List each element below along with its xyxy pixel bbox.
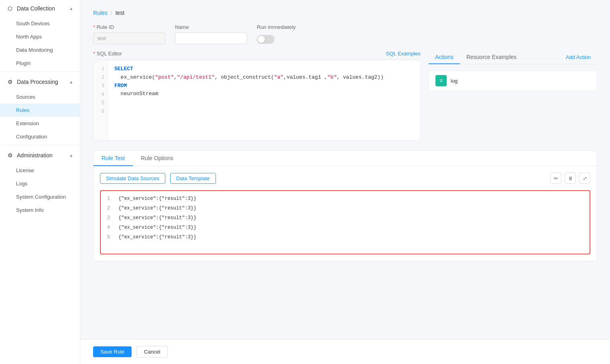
- sql-editor-header: * SQL Editor SQL Examples: [93, 51, 421, 57]
- sidebar-group-label-data-collection: Data Collection: [17, 5, 55, 12]
- code-line-3: FROM: [114, 82, 414, 90]
- name-input[interactable]: [175, 33, 247, 44]
- sidebar-item-configuration[interactable]: Configuration: [0, 130, 80, 143]
- code-area[interactable]: SELECT ex_service("post","/api/test1", o…: [108, 60, 420, 140]
- tab-rule-options[interactable]: Rule Options: [133, 151, 181, 166]
- sidebar-group-label-data-processing: Data Processing: [17, 79, 58, 85]
- data-template-button[interactable]: Data Template: [170, 173, 216, 184]
- sidebar-item-logs[interactable]: Logs: [0, 177, 80, 190]
- sidebar-section-administration: ⚙ Administration ▲ License Logs System C…: [0, 147, 80, 217]
- field-name: Name: [175, 24, 247, 44]
- sidebar-item-system-info[interactable]: System Info: [0, 203, 80, 217]
- actions-tabs: Actions Resuorce Examples Add Action: [429, 51, 597, 64]
- breadcrumb-parent[interactable]: Rules: [93, 10, 108, 16]
- log-icon-symbol: ≡: [439, 77, 443, 84]
- code-line-2: ex_service("post","/api/test1", object_c…: [114, 73, 414, 82]
- line-num-4: 4: [97, 91, 104, 98]
- chevron-up-icon-admin: ▲: [69, 153, 73, 158]
- code-line-1: SELECT: [114, 65, 414, 73]
- sidebar-item-data-monitoring[interactable]: Data Monitoring: [0, 43, 80, 57]
- sql-examples-link[interactable]: SQL Examples: [386, 51, 421, 57]
- pause-icon-button[interactable]: ⏸: [565, 173, 576, 184]
- toggle-knob: [258, 36, 265, 43]
- code-line-4: neuronStream: [114, 90, 414, 98]
- form-row: * Rule ID Name Run immediately: [93, 24, 597, 44]
- line-num-1: 1: [97, 65, 104, 73]
- rule-id-input[interactable]: [93, 33, 165, 44]
- left-panel: * SQL Editor SQL Examples 1 2 3 4 5 6: [93, 51, 421, 141]
- sidebar-section-data-collection: ⬡ Data Collection ▲ South Devices North …: [0, 0, 80, 70]
- sidebar-item-plugin[interactable]: Plugin: [0, 57, 80, 70]
- name-label: Name: [175, 24, 247, 30]
- chevron-up-icon-processing: ▲: [69, 79, 73, 84]
- line-num-3: 3: [97, 82, 104, 89]
- content-area: Rules / test * Rule ID Name Run immediat…: [80, 0, 610, 339]
- output-box: 1 {"ex_service":{"result":3}} 2 {"ex_ser…: [100, 190, 590, 254]
- bottom-tabs: Rule Test Rule Options: [94, 151, 597, 166]
- data-collection-icon: ⬡: [6, 5, 14, 12]
- sql-editor-label: * SQL Editor: [93, 51, 122, 57]
- field-rule-id: * Rule ID: [93, 24, 165, 44]
- line-num-5: 5: [97, 99, 104, 107]
- right-panel: Actions Resuorce Examples Add Action ≡ l…: [429, 51, 597, 91]
- two-panel: * SQL Editor SQL Examples 1 2 3 4 5 6: [93, 51, 597, 141]
- rule-id-label: * Rule ID: [93, 24, 165, 30]
- breadcrumb-current: test: [116, 10, 125, 16]
- tab-actions[interactable]: Actions: [429, 51, 460, 64]
- output-line-1: 1 {"ex_service":{"result":3}}: [107, 196, 583, 201]
- output-line-2: 2 {"ex_service":{"result":3}}: [107, 205, 583, 211]
- sidebar-group-data-processing[interactable]: ⚙ Data Processing ▲: [0, 73, 80, 90]
- output-line-5: 5 {"ex_service":{"result":3}}: [107, 234, 583, 240]
- tab-rule-test[interactable]: Rule Test: [94, 151, 133, 166]
- toolbar-icons: ✏ ⏸ ⤢: [550, 173, 590, 184]
- rule-test-toolbar: Simulate Data Sources Data Template ✏ ⏸ …: [100, 173, 590, 184]
- sidebar-item-system-configuration[interactable]: System Configuration: [0, 190, 80, 203]
- field-run-immediately: Run immediately: [257, 24, 296, 44]
- clear-icon-button[interactable]: ✏: [550, 173, 561, 184]
- run-immediately-toggle[interactable]: [257, 35, 274, 44]
- line-numbers: 1 2 3 4 5 6: [94, 60, 108, 140]
- code-line-6: [114, 107, 414, 115]
- action-item-log: ≡ log: [429, 71, 597, 91]
- main-content: Rules / test * Rule ID Name Run immediat…: [80, 0, 610, 364]
- data-processing-icon: ⚙: [6, 78, 14, 85]
- sidebar-item-south-devices[interactable]: South Devices: [0, 17, 80, 30]
- action-log-icon: ≡: [435, 75, 447, 86]
- cancel-button[interactable]: Cancel: [136, 346, 168, 358]
- sidebar-group-data-collection[interactable]: ⬡ Data Collection ▲: [0, 0, 80, 17]
- add-action-button[interactable]: Add Action: [559, 51, 597, 64]
- page-footer: Save Rule Cancel: [80, 339, 610, 364]
- bottom-section: Rule Test Rule Options Simulate Data Sou…: [93, 150, 597, 261]
- sidebar-item-rules[interactable]: Rules: [0, 104, 80, 117]
- administration-icon: ⚙: [6, 152, 14, 159]
- output-line-4: 4 {"ex_service":{"result":3}}: [107, 225, 583, 230]
- chevron-up-icon: ▲: [69, 6, 73, 11]
- sidebar: ⬡ Data Collection ▲ South Devices North …: [0, 0, 80, 364]
- expand-icon-button[interactable]: ⤢: [579, 173, 590, 184]
- save-rule-button[interactable]: Save Rule: [93, 346, 132, 357]
- breadcrumb-separator: /: [111, 10, 112, 16]
- line-num-2: 2: [97, 73, 104, 81]
- output-line-3: 3 {"ex_service":{"result":3}}: [107, 215, 583, 221]
- sidebar-item-license[interactable]: License: [0, 164, 80, 177]
- sidebar-section-data-processing: ⚙ Data Processing ▲ Sources Rules Extens…: [0, 73, 80, 143]
- sidebar-group-administration[interactable]: ⚙ Administration ▲: [0, 147, 80, 164]
- breadcrumb: Rules / test: [93, 10, 597, 16]
- line-num-6: 6: [97, 108, 104, 115]
- sql-editor-box: 1 2 3 4 5 6 SELECT ex_service("post","/a…: [93, 60, 421, 141]
- sidebar-item-extension[interactable]: Extension: [0, 117, 80, 130]
- sql-editor-content[interactable]: 1 2 3 4 5 6 SELECT ex_service("post","/a…: [94, 60, 420, 140]
- bottom-content: Simulate Data Sources Data Template ✏ ⏸ …: [94, 166, 597, 261]
- run-immediately-label: Run immediately: [257, 24, 296, 30]
- sidebar-group-label-administration: Administration: [17, 152, 53, 159]
- action-log-name: log: [451, 78, 458, 84]
- sidebar-item-sources[interactable]: Sources: [0, 90, 80, 104]
- simulate-data-sources-button[interactable]: Simulate Data Sources: [100, 173, 165, 184]
- tab-resource-examples[interactable]: Resuorce Examples: [460, 51, 523, 64]
- code-line-5: [114, 98, 414, 107]
- sidebar-item-north-apps[interactable]: North Apps: [0, 30, 80, 43]
